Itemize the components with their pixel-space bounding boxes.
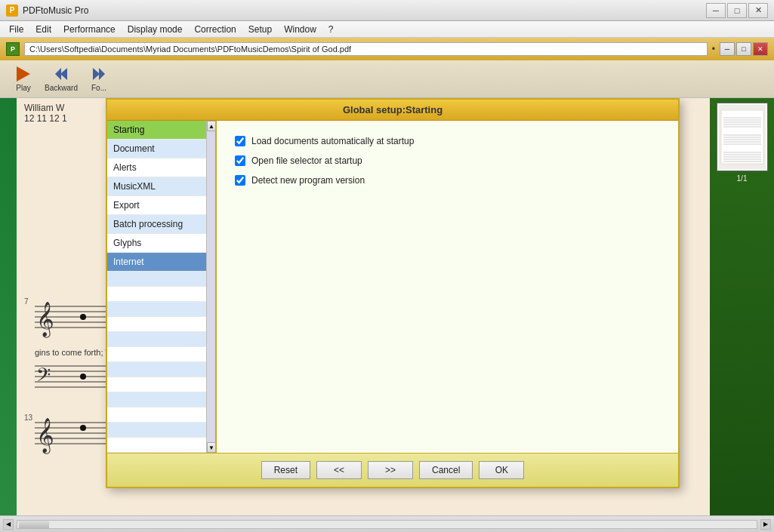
scroll-right-btn[interactable]: ▶ — [760, 519, 771, 530]
addr-maximize[interactable]: □ — [736, 42, 751, 56]
checkbox-detect-version[interactable] — [235, 175, 245, 186]
svg-text:𝄞: 𝄞 — [36, 418, 54, 454]
thumbnail-box — [717, 103, 768, 171]
reset-button[interactable]: Reset — [261, 461, 310, 479]
play-label: Play — [16, 84, 30, 92]
list-item-alerts[interactable]: Alerts — [107, 158, 208, 177]
scroll-down-btn[interactable]: ▼ — [207, 442, 216, 453]
thumbnail-svg — [720, 109, 765, 165]
app-icon: P — [6, 5, 18, 17]
right-sidebar: 1/1 — [710, 98, 774, 515]
dialog-title-bar: Global setup:Starting — [107, 100, 678, 121]
thumbnail-content — [719, 105, 766, 169]
left-strip — [0, 98, 17, 515]
main-area: William W 12 11 12 1 CHORUS 7 — [0, 98, 774, 532]
author-name: William W — [24, 103, 64, 113]
title-bar-controls: ─ □ ✕ — [706, 3, 768, 18]
checkbox-label-detect-version: Detect new program version — [251, 175, 365, 186]
forward-button[interactable]: Fo... — [82, 63, 116, 95]
minimize-button[interactable]: ─ — [706, 3, 726, 18]
h-scroll-thumb — [19, 521, 49, 528]
list-item-starting[interactable]: Starting — [107, 121, 208, 140]
checkbox-label-open-file: Open file selector at startup — [251, 155, 362, 166]
play-icon — [15, 66, 32, 82]
list-empty-5 — [107, 332, 208, 347]
checkbox-row-2: Open file selector at startup — [235, 155, 660, 166]
h-scrollbar[interactable] — [17, 520, 757, 529]
svg-point-8 — [80, 314, 86, 320]
title-bar: P PDFtoMusic Pro ─ □ ✕ — [0, 0, 774, 21]
checkbox-load-docs[interactable] — [235, 136, 245, 146]
dialog-title: Global setup:Starting — [343, 104, 443, 115]
list-item-export[interactable]: Export — [107, 196, 208, 215]
checkbox-open-file[interactable] — [235, 155, 245, 166]
svg-point-31 — [80, 374, 86, 380]
addr-close[interactable]: ✕ — [753, 42, 768, 56]
svg-marker-0 — [55, 68, 67, 80]
list-empty-1 — [107, 272, 208, 287]
global-setup-dialog: Global setup:Starting Starting Document … — [106, 98, 680, 488]
ok-button[interactable]: OK — [479, 461, 524, 479]
list-item-batch[interactable]: Batch processing — [107, 215, 208, 234]
backward-svg — [53, 66, 69, 82]
menu-performance[interactable]: Performance — [57, 21, 122, 37]
menu-help[interactable]: ? — [322, 21, 340, 37]
checkbox-row-3: Detect new program version — [235, 175, 660, 186]
menu-bar: File Edit Performance Display mode Corre… — [0, 21, 774, 38]
dialog-footer: Reset << >> Cancel OK — [107, 453, 678, 487]
list-empty-6 — [107, 347, 208, 362]
list-empty-9 — [107, 392, 208, 407]
address-text: C:\Users\Softpedia\Documents\Myriad Docu… — [24, 42, 708, 56]
list-empty-11 — [107, 423, 208, 438]
measure-num-13: 13 — [24, 414, 33, 422]
list-item-musicxml[interactable]: MusicXML — [107, 177, 208, 196]
score-numbers: 12 11 12 1 — [24, 113, 67, 124]
list-empty-12 — [107, 438, 208, 453]
svg-marker-1 — [93, 68, 105, 80]
next-button[interactable]: >> — [368, 461, 413, 479]
forward-icon — [91, 66, 107, 82]
title-bar-text: PDFtoMusic Pro — [23, 5, 706, 16]
close-button[interactable]: ✕ — [748, 3, 768, 18]
scroll-track — [207, 131, 215, 442]
list-empty-10 — [107, 407, 208, 423]
list-item-glyphs[interactable]: Glyphs — [107, 234, 208, 253]
menu-setup[interactable]: Setup — [242, 21, 278, 37]
play-triangle-icon — [17, 66, 30, 81]
toolbar: Play Backward Fo... — [0, 60, 774, 98]
address-controls: ─ □ ✕ — [720, 42, 768, 56]
checkbox-label-load-docs: Load documents automatically at startup — [251, 136, 414, 146]
list-empty-7 — [107, 362, 208, 377]
prev-button[interactable]: << — [316, 461, 362, 479]
address-bar: P C:\Users\Softpedia\Documents\Myriad Do… — [0, 38, 774, 60]
list-empty-4 — [107, 317, 208, 332]
menu-display-mode[interactable]: Display mode — [122, 21, 189, 37]
list-empty-2 — [107, 287, 208, 302]
menu-edit[interactable]: Edit — [29, 21, 57, 37]
addr-minimize[interactable]: ─ — [720, 42, 735, 56]
menu-correction[interactable]: Correction — [188, 21, 242, 37]
status-bar: ◀ ▶ — [0, 515, 774, 532]
dialog-list-panel: Starting Document Alerts MusicXML Export… — [107, 121, 217, 453]
dialog-content-panel: Load documents automatically at startup … — [217, 121, 678, 453]
play-button[interactable]: Play — [6, 63, 41, 95]
list-item-internet[interactable]: Internet — [107, 253, 208, 272]
list-empty-3 — [107, 302, 208, 317]
svg-point-46 — [80, 425, 86, 431]
list-item-document[interactable]: Document — [107, 140, 208, 158]
measure-num-7: 7 — [24, 297, 29, 306]
address-icon: P — [6, 42, 20, 56]
scroll-up-btn[interactable]: ▲ — [207, 121, 216, 131]
forward-svg — [91, 66, 107, 82]
svg-text:𝄢: 𝄢 — [36, 364, 51, 389]
maximize-button[interactable]: □ — [727, 3, 747, 18]
list-empty-8 — [107, 377, 208, 392]
forward-label: Fo... — [91, 84, 106, 92]
scroll-left-btn[interactable]: ◀ — [3, 519, 14, 530]
menu-window[interactable]: Window — [278, 21, 322, 37]
backward-button[interactable]: Backward — [44, 63, 79, 95]
checkbox-row-1: Load documents automatically at startup — [235, 136, 660, 146]
svg-rect-54 — [721, 110, 763, 164]
menu-file[interactable]: File — [3, 21, 29, 37]
cancel-button[interactable]: Cancel — [419, 461, 473, 479]
